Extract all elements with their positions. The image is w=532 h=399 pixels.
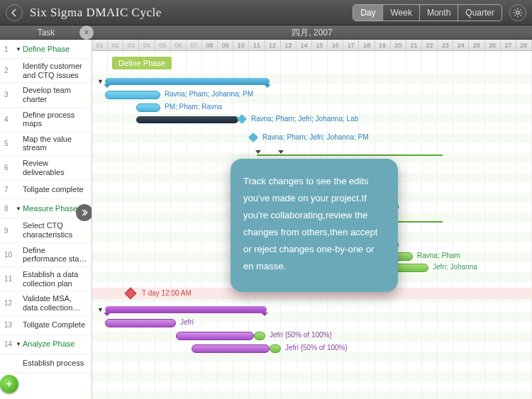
task-bar[interactable] xyxy=(136,103,160,112)
task-row[interactable]: 7Tollgate complete xyxy=(0,180,92,199)
chevron-down-icon xyxy=(255,150,261,154)
row-number: 10 xyxy=(4,251,16,259)
view-day[interactable]: Day xyxy=(353,5,383,21)
day-column-header: 21 xyxy=(406,40,422,50)
task-name-label: Analyze Phase xyxy=(23,339,89,349)
collapse-toggle-icon[interactable]: ▼ xyxy=(97,306,104,313)
task-name-label: Define performance sta… xyxy=(23,246,89,264)
task-row[interactable]: 9Select CTQ characteristics xyxy=(0,218,92,242)
task-row[interactable]: 11Establish a data collection plan xyxy=(0,267,92,291)
task-bar[interactable] xyxy=(105,319,176,327)
task-name-label: Establish process xyxy=(23,359,89,368)
header-bar: Six Sigma DMAIC Cycle Day Week Month Qua… xyxy=(0,0,532,26)
expand-sidebar-handle[interactable] xyxy=(76,204,92,221)
row-number: 3 xyxy=(4,91,16,99)
task-bar-end[interactable] xyxy=(270,344,281,353)
gantt-timeline[interactable]: 0102030405060708091011121314151617181920… xyxy=(92,40,532,399)
task-name-label: Review deliverables xyxy=(23,159,89,176)
phase-row[interactable]: 14▼Analyze Phase xyxy=(0,335,92,354)
day-column-header: 22 xyxy=(422,40,438,50)
day-column-header: 27 xyxy=(501,40,516,50)
help-tooltip[interactable]: Track changes to see the edits you've ma… xyxy=(231,159,398,292)
add-task-button[interactable]: + xyxy=(0,375,18,393)
task-bar[interactable] xyxy=(136,116,238,123)
app-root: Six Sigma DMAIC Cycle Day Week Month Qua… xyxy=(0,0,532,399)
disclosure-icon[interactable]: ▼ xyxy=(16,206,23,212)
summary-line[interactable] xyxy=(257,154,443,156)
task-row[interactable]: 2Identify customer and CTQ issues xyxy=(0,59,92,83)
phase-row[interactable]: 1▼Define Phase xyxy=(0,40,92,59)
settings-button[interactable] xyxy=(509,4,526,21)
task-bar-label: Ravna; Pham; Jefri; Johanna; PM xyxy=(262,133,369,141)
task-bar-label: Jefri; Johanna xyxy=(433,263,477,271)
day-column-header: 04 xyxy=(139,40,155,50)
svg-line-6 xyxy=(520,15,521,16)
day-column-header: 13 xyxy=(281,40,297,50)
view-month[interactable]: Month xyxy=(420,5,458,21)
summary-bar[interactable] xyxy=(105,306,267,313)
task-name-label: Identify customer and CTQ issues xyxy=(23,62,89,79)
day-column-header: 18 xyxy=(359,40,375,50)
task-row[interactable]: 10Define performance sta… xyxy=(0,243,92,267)
task-row[interactable]: 4Define process maps xyxy=(0,108,92,132)
row-number: 14 xyxy=(4,340,16,348)
row-number: 11 xyxy=(4,275,16,283)
task-row[interactable]: 3Develop team charter xyxy=(0,83,92,107)
day-column-header: 05 xyxy=(155,40,171,50)
row-number: 8 xyxy=(4,205,16,213)
day-column-header: 09 xyxy=(218,40,233,50)
day-column-header: 08 xyxy=(202,40,218,50)
summary-bar[interactable] xyxy=(105,78,270,85)
day-column-header: 25 xyxy=(469,40,484,50)
back-button[interactable] xyxy=(6,4,23,21)
day-column-header: 20 xyxy=(391,40,406,50)
task-sidebar: 1▼Define Phase2Identify customer and CTQ… xyxy=(0,40,92,399)
task-row[interactable]: 5Map the value stream xyxy=(0,132,92,156)
task-bar-label: PM; Pham; Ravna xyxy=(165,103,222,111)
task-bar[interactable] xyxy=(176,332,254,340)
view-week[interactable]: Week xyxy=(383,5,419,21)
subheader: Task × 四月, 2007 xyxy=(0,26,532,40)
task-name-label: Establish a data collection plan xyxy=(23,270,89,288)
task-bar-label: Jefri xyxy=(180,318,194,326)
task-name-label: Tollgate complete xyxy=(23,185,89,194)
day-column-header: 01 xyxy=(92,40,108,50)
calendar-label: 四月, 2007 xyxy=(92,26,532,39)
disclosure-icon[interactable]: ▼ xyxy=(16,46,23,52)
task-bar[interactable] xyxy=(192,344,270,353)
svg-line-5 xyxy=(514,9,515,10)
task-name-label: Validate MSA, data collection… xyxy=(23,294,89,312)
task-row[interactable]: 13Tollgate Complete xyxy=(0,316,92,335)
collapse-toggle-icon[interactable]: ▼ xyxy=(97,78,104,85)
day-column-header: 24 xyxy=(453,40,469,50)
task-row[interactable]: 6Review deliverables xyxy=(0,156,92,180)
day-column-header: 23 xyxy=(438,40,453,50)
phase-tag[interactable]: Define Phase xyxy=(112,57,172,69)
task-row[interactable]: Establish process xyxy=(0,354,92,373)
day-column-header: 17 xyxy=(343,40,359,50)
day-column-header: 11 xyxy=(249,40,265,50)
row-number: 1 xyxy=(4,45,16,53)
view-quarter[interactable]: Quarter xyxy=(458,5,501,21)
task-bar-end[interactable] xyxy=(254,332,265,340)
task-name-label: Define Phase xyxy=(23,45,89,54)
task-bar-label: Jefri {50% of 100%} xyxy=(285,344,348,352)
disclosure-icon[interactable]: ▼ xyxy=(16,341,23,347)
svg-line-7 xyxy=(520,9,521,10)
timeline-body: Define Phase ▼ ▼ Ravna; Pham; Johanna; P… xyxy=(92,51,532,399)
task-row[interactable]: 12Validate MSA, data collection… xyxy=(0,291,92,315)
close-sidebar-button[interactable]: × xyxy=(79,26,94,40)
row-number: 6 xyxy=(4,164,16,172)
timeline-day-header: 0102030405060708091011121314151617181920… xyxy=(92,40,532,51)
task-name-label: Develop team charter xyxy=(23,86,89,103)
row-number: 2 xyxy=(4,67,16,74)
day-column-header: 28 xyxy=(516,40,532,50)
task-bar[interactable] xyxy=(105,91,160,99)
row-number: 9 xyxy=(4,227,16,235)
day-column-header: 10 xyxy=(233,40,249,50)
task-name-label: Define process maps xyxy=(23,111,89,128)
task-name-label: Map the value stream xyxy=(23,135,89,152)
day-column-header: 03 xyxy=(123,40,139,50)
day-column-header: 16 xyxy=(328,40,343,50)
chevron-down-icon xyxy=(278,150,284,154)
